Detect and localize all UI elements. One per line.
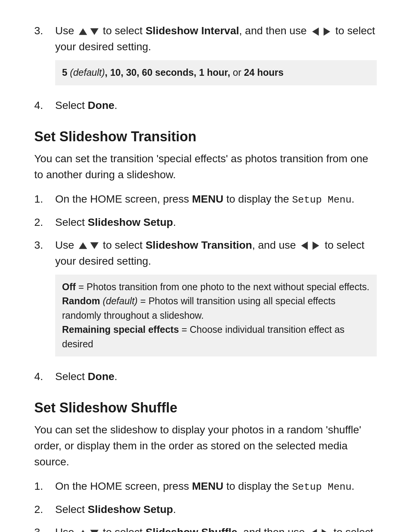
list-item: 2. Select Slideshow Setup.	[34, 214, 377, 230]
step-text: Select Done.	[55, 371, 117, 382]
interval-options-box: 5 (default), 10, 30, 60 seconds, 1 hour,…	[55, 60, 377, 85]
list-item: 4. Select Done.	[34, 97, 377, 113]
down-arrow-icon	[89, 27, 99, 37]
step-content: Use to select Slideshow Interval, and th…	[55, 23, 377, 91]
step-text: Use to select Slideshow Interval, and th…	[55, 25, 375, 53]
svg-marker-0	[79, 28, 87, 35]
step-text: Use to select Slideshow Transition, and …	[55, 239, 365, 267]
svg-marker-10	[310, 529, 317, 532]
section-heading-transition: Set Slideshow Transition	[34, 129, 377, 145]
step-content: Use to select Slideshow Shuffle, and the…	[55, 524, 377, 532]
step-content: Select Slideshow Setup.	[55, 214, 377, 230]
step-number: 2.	[34, 502, 55, 518]
up-arrow-icon	[78, 528, 88, 532]
step-text: On the HOME screen, press MENU to displa…	[55, 480, 354, 492]
svg-marker-7	[313, 241, 319, 250]
step-text: Select Slideshow Setup.	[55, 503, 176, 515]
step-content: On the HOME screen, press MENU to displa…	[55, 191, 377, 208]
step-number: 3.	[34, 237, 55, 253]
svg-marker-3	[323, 27, 330, 36]
list-item: 4. Select Done.	[34, 369, 377, 385]
up-arrow-icon	[78, 241, 88, 251]
list-item: 2. Select Slideshow Setup.	[34, 502, 377, 518]
step-content: Select Done.	[55, 97, 377, 113]
left-arrow-icon	[299, 241, 309, 251]
transition-options-box: Off = Photos transition from one photo t…	[55, 275, 377, 357]
section-intro-shuffle: You can set the slideshow to display you…	[34, 422, 377, 470]
step-number: 2.	[34, 214, 55, 230]
down-arrow-icon	[89, 241, 99, 251]
list-item: 1. On the HOME screen, press MENU to dis…	[34, 478, 377, 495]
list-item: 1. On the HOME screen, press MENU to dis…	[34, 191, 377, 208]
list-item: 3. Use to select Slideshow Transition, a…	[34, 237, 377, 362]
left-arrow-icon	[311, 27, 320, 37]
step-content: Select Done.	[55, 369, 377, 385]
step-text: Use to select Slideshow Shuffle, and the…	[55, 526, 373, 532]
right-arrow-icon	[311, 241, 321, 251]
page-content: 3. Use to select Slideshow Interval, and…	[0, 0, 411, 532]
left-arrow-icon	[309, 528, 319, 532]
step-text: Select Slideshow Setup.	[55, 216, 176, 228]
section-intro-transition: You can set the transition 'special effe…	[34, 151, 377, 183]
svg-marker-5	[90, 242, 99, 249]
step-number: 1.	[34, 191, 55, 207]
step-content: Select Slideshow Setup.	[55, 502, 377, 518]
list-item: 3. Use to select Slideshow Interval, and…	[34, 23, 377, 91]
svg-marker-4	[79, 242, 87, 249]
svg-marker-6	[301, 241, 308, 250]
svg-marker-9	[90, 530, 99, 532]
step-content: Use to select Slideshow Transition, and …	[55, 237, 377, 362]
right-arrow-icon	[322, 27, 332, 37]
step-content: On the HOME screen, press MENU to displa…	[55, 478, 377, 495]
step-text: On the HOME screen, press MENU to displa…	[55, 193, 354, 205]
svg-marker-2	[312, 27, 319, 36]
svg-marker-11	[322, 529, 328, 532]
up-arrow-icon	[78, 27, 88, 37]
step-number: 3.	[34, 23, 55, 39]
list-item: 3. Use to select Slideshow Shuffle, and …	[34, 524, 377, 532]
step-number: 1.	[34, 478, 55, 494]
step-text: Select Done.	[55, 99, 117, 111]
down-arrow-icon	[89, 528, 99, 532]
svg-marker-1	[90, 28, 99, 35]
step-number: 4.	[34, 369, 55, 385]
right-arrow-icon	[320, 528, 330, 532]
svg-marker-8	[79, 530, 87, 532]
step-number: 4.	[34, 97, 55, 113]
section-heading-shuffle: Set Slideshow Shuffle	[34, 400, 377, 416]
step-number: 3.	[34, 524, 55, 532]
